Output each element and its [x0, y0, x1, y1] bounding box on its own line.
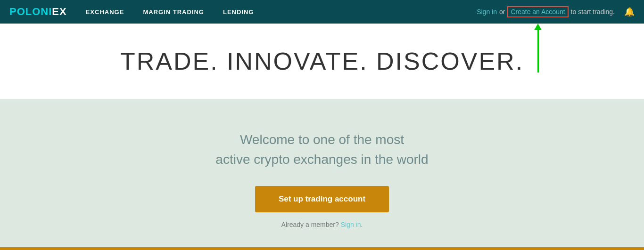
welcome-text: Welcome to one of the most active crypto… [215, 130, 428, 169]
welcome-line1: Welcome to one of the most [240, 132, 404, 147]
already-member-text: Already a member? Sign in. [281, 221, 363, 228]
create-account-link[interactable]: Create an Account [507, 6, 568, 17]
navbar: POLONIEX EXCHANGE MARGIN TRADING LENDING… [0, 0, 644, 24]
signin-bottom-link[interactable]: Sign in [341, 221, 361, 228]
to-start-trading-text: to start trading. [571, 8, 615, 16]
nav-margin-trading[interactable]: MARGIN TRADING [133, 0, 214, 24]
nav-exchange[interactable]: EXCHANGE [76, 0, 134, 24]
main-content: Welcome to one of the most active crypto… [0, 99, 644, 250]
nav-links: EXCHANGE MARGIN TRADING LENDING [76, 0, 264, 24]
setup-trading-button[interactable]: Set up trading account [255, 186, 389, 212]
navbar-right: Sign in or Create an Account to start tr… [477, 6, 644, 17]
hero-section: TRADE. INNOVATE. DISCOVER. [0, 24, 644, 99]
nav-lending[interactable]: LENDING [214, 0, 264, 24]
already-member-label: Already a member? [281, 221, 339, 228]
hero-title: TRADE. INNOVATE. DISCOVER. [120, 47, 524, 75]
bottom-bar [0, 247, 644, 250]
or-text: or [499, 8, 505, 16]
bell-icon[interactable]: 🔔 [624, 7, 635, 17]
logo-text: POLONIEX [9, 6, 67, 18]
logo: POLONIEX [0, 0, 76, 24]
welcome-line2: active crypto exchanges in the world [215, 152, 428, 167]
signin-link[interactable]: Sign in [477, 8, 497, 16]
